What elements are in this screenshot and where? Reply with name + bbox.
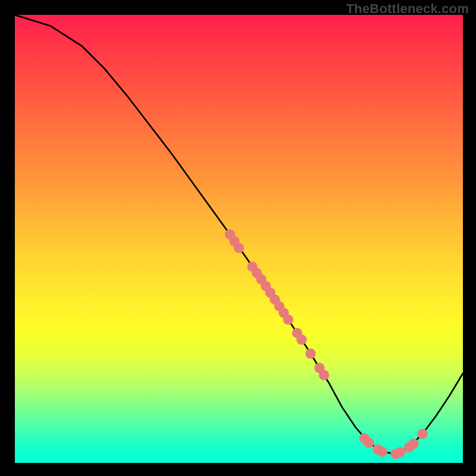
data-marker bbox=[296, 334, 306, 345]
data-marker bbox=[364, 437, 374, 447]
data-marker bbox=[234, 243, 244, 253]
chart-container: TheBottleneck.com bbox=[0, 0, 476, 476]
data-marker bbox=[377, 447, 387, 457]
plot-area bbox=[15, 15, 463, 463]
data-marker bbox=[395, 447, 405, 457]
data-marker bbox=[305, 349, 315, 359]
data-marker bbox=[409, 439, 419, 449]
data-marker bbox=[283, 314, 293, 324]
chart-svg bbox=[15, 15, 463, 463]
data-marker bbox=[319, 370, 329, 380]
branding-label: TheBottleneck.com bbox=[346, 1, 469, 17]
bottleneck-curve bbox=[15, 15, 463, 454]
markers-group bbox=[225, 229, 428, 459]
data-marker bbox=[418, 428, 428, 439]
